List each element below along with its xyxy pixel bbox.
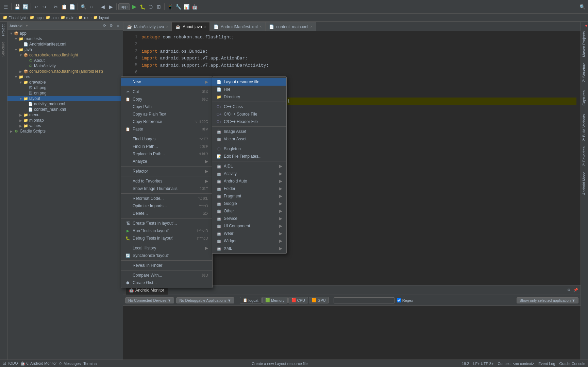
maven-projects-label[interactable]: Maven Projects: [581, 29, 587, 60]
ctx-refactor[interactable]: Refactor ▶: [121, 168, 212, 175]
gpu-tab[interactable]: 🟧 GPU: [309, 297, 329, 303]
toolbar-coverage[interactable]: ⊞: [155, 3, 163, 11]
tree-manifests[interactable]: ▼ 📁 manifests: [7, 36, 123, 41]
tree-activity-main-xml[interactable]: 📄 activity_main.xml: [7, 101, 123, 107]
status-position[interactable]: 19:2: [462, 362, 469, 366]
event-log[interactable]: Event Log: [538, 362, 555, 366]
breadcrumb-layout[interactable]: 📁 layout: [93, 15, 109, 20]
tab-content-main[interactable]: 📄 content_main.xml ×: [265, 22, 316, 31]
toolbar-replace[interactable]: ↔: [88, 3, 95, 11]
toolbar-sync[interactable]: 🔄: [21, 3, 29, 11]
tree-drawable[interactable]: ▼ 📁 drawable: [7, 80, 123, 85]
sub-image-asset[interactable]: 🤖 Image Asset: [212, 128, 286, 135]
breadcrumb-flashlight[interactable]: 📁 FlashLight: [3, 15, 26, 20]
gear-icon[interactable]: ⚙: [108, 23, 114, 29]
ctx-optimize[interactable]: Optimize Imports... ^⌥O: [121, 202, 212, 210]
ctx-synchronize[interactable]: 🔄 Synchronize 'layout': [121, 252, 212, 259]
sub-ui-component[interactable]: 🤖 UI Component ▶: [212, 222, 286, 230]
toolbar-undo[interactable]: ↩: [33, 3, 40, 11]
memory-tab[interactable]: 🟩 Memory: [262, 297, 288, 303]
sub-service[interactable]: 🤖 Service ▶: [212, 215, 286, 222]
ctx-add-favorites[interactable]: Add to Favorites ▶: [121, 177, 212, 185]
sub-vector-asset[interactable]: 🤖 Vector Asset: [212, 135, 286, 143]
ctx-reveal-finder[interactable]: Reveal in Finder: [121, 262, 212, 269]
sub-android-auto[interactable]: 🤖 Android Auto ▶: [212, 177, 286, 185]
tree-about[interactable]: © About: [7, 58, 123, 63]
sub-file[interactable]: 📄 File: [212, 86, 286, 93]
gradle-console[interactable]: Gradle Console: [559, 362, 585, 366]
tree-res[interactable]: ▼ 📁 res: [7, 74, 123, 80]
sub-edit-templates[interactable]: 📝 Edit File Templates...: [212, 153, 286, 160]
tab-androidmanifest[interactable]: 📄 AndroidManifest.xml ×: [210, 22, 266, 31]
ctx-debug-tests[interactable]: 🐛 Debug 'Tests in layout' ⇧^⌥D: [121, 234, 212, 242]
sub-other[interactable]: 🤖 Other ▶: [212, 207, 286, 215]
ctx-local-history[interactable]: Local History ▶: [121, 244, 212, 252]
z-structure-label[interactable]: Z: Structure: [581, 60, 587, 85]
tree-content-main-xml[interactable]: 📄 content_main.xml: [7, 107, 123, 112]
sub-layout-resource[interactable]: 📄 Layout resource file: [212, 78, 286, 86]
toolbar-android-monitor[interactable]: 📊: [183, 3, 190, 11]
toolbar-debug[interactable]: 🐛: [139, 3, 146, 11]
no-debuggable-btn[interactable]: No Debuggable Applications ▼: [176, 297, 234, 303]
ctx-reformat[interactable]: Reformat Code... ⌥⌘L: [121, 195, 212, 202]
breadcrumb-app[interactable]: 📁 app: [30, 15, 41, 20]
toolbar-run[interactable]: ▶: [131, 3, 138, 11]
android-mode-label[interactable]: Android Mode: [581, 169, 587, 198]
tree-mainactivity[interactable]: © MainActivity: [7, 63, 123, 69]
tree-package-main[interactable]: ▼ 📦 com.robokon.nao.flashlight: [7, 52, 123, 58]
toolbar-android[interactable]: 🤖: [191, 3, 198, 11]
ctx-find-path[interactable]: Find in Path... ⇧⌘F: [121, 143, 212, 150]
ctx-cut[interactable]: ✂ Cut ⌘X: [121, 88, 212, 95]
ctx-copy-plain[interactable]: Copy as Plain Text: [121, 110, 212, 118]
sub-singleton[interactable]: ⬡ Singleton: [212, 145, 286, 153]
sub-wear[interactable]: 🤖 Wear ▶: [212, 230, 286, 237]
sub-cpp-class[interactable]: C+ C++ Class: [212, 103, 286, 110]
bottom-settings-icon[interactable]: ⚙: [566, 287, 572, 293]
ctx-delete[interactable]: Delete... ⌦: [121, 210, 212, 217]
tab-close-about[interactable]: ×: [204, 25, 206, 29]
toolbar-back[interactable]: ◀: [99, 3, 106, 11]
tree-app[interactable]: ▼ 📦 app: [7, 31, 123, 36]
sync-icon[interactable]: ⟳: [102, 23, 107, 29]
tab-close-content[interactable]: ×: [310, 25, 313, 29]
tree-androidmanifest[interactable]: 📄 AndroidManifest.xml: [7, 41, 123, 47]
sub-c-source[interactable]: C+ C/C++ Source File: [212, 110, 286, 118]
ctx-copy[interactable]: 📋 Copy ⌘C: [121, 95, 212, 103]
toolbar-paste[interactable]: 📄: [68, 3, 76, 11]
logcat-tab[interactable]: 📋 logcat: [240, 297, 262, 303]
breadcrumb-src[interactable]: 📁 src: [46, 15, 56, 20]
sub-c-header[interactable]: C+ C/C++ Header File: [212, 118, 286, 125]
status-encoding[interactable]: LF+ UTF-8+: [473, 362, 493, 366]
tree-mipmap[interactable]: ▶ 📁 mipmap: [7, 118, 123, 123]
sub-xml[interactable]: 🤖 XML ▶: [212, 245, 286, 252]
project-dropdown[interactable]: ▼: [25, 24, 29, 28]
breadcrumb-res[interactable]: 📁 res: [78, 15, 89, 20]
status-context[interactable]: Context: <no context>: [498, 362, 534, 366]
toolbar-profile[interactable]: ⬡: [147, 3, 154, 11]
search-everywhere-icon[interactable]: 🔍: [578, 3, 586, 11]
ctx-compare-with[interactable]: Compare With... ⌘D: [121, 272, 212, 279]
tab-close-manifest[interactable]: ×: [260, 25, 262, 29]
tree-on-png[interactable]: 🖼 on.png: [7, 90, 123, 96]
ctx-create-gist[interactable]: ⬢ Create Gist...: [121, 279, 212, 286]
sub-fragment[interactable]: 🤖 Fragment ▶: [212, 192, 286, 200]
toolbar-cut[interactable]: ✂: [52, 3, 60, 11]
tree-off-png[interactable]: 🖼 off.png: [7, 85, 123, 90]
show-selected-btn[interactable]: Show only selected application ▼: [517, 297, 578, 303]
toolbar-find[interactable]: 🔍: [80, 3, 87, 11]
tree-package-test[interactable]: ▶ 📦 com.robokon.nao.flashlight (androidT…: [7, 69, 123, 74]
status-todo[interactable]: ☑ TODO: [3, 361, 18, 366]
tree-java[interactable]: ▼ 📁 java: [7, 47, 123, 52]
ctx-analyze[interactable]: Analyze ▶: [121, 158, 212, 165]
captures-label[interactable]: Captures: [581, 88, 587, 108]
settings-icon[interactable]: ≡: [115, 23, 121, 29]
structure-panel-label[interactable]: Structure: [0, 39, 7, 59]
tree-gradle-scripts[interactable]: ▶ ⚙ Gradle Scripts: [7, 128, 123, 134]
regex-checkbox[interactable]: [397, 298, 401, 302]
app-selector[interactable]: app: [118, 3, 130, 10]
favorites-label[interactable]: 2: Favorites: [581, 144, 587, 169]
ctx-run-tests[interactable]: ▶ Run 'Tests in layout' ⇧^⌥D: [121, 227, 212, 234]
logcat-search-input[interactable]: [334, 297, 395, 303]
ctx-paste[interactable]: 📋 Paste ⌘V: [121, 125, 212, 133]
ctx-new[interactable]: New ▶: [121, 78, 212, 86]
